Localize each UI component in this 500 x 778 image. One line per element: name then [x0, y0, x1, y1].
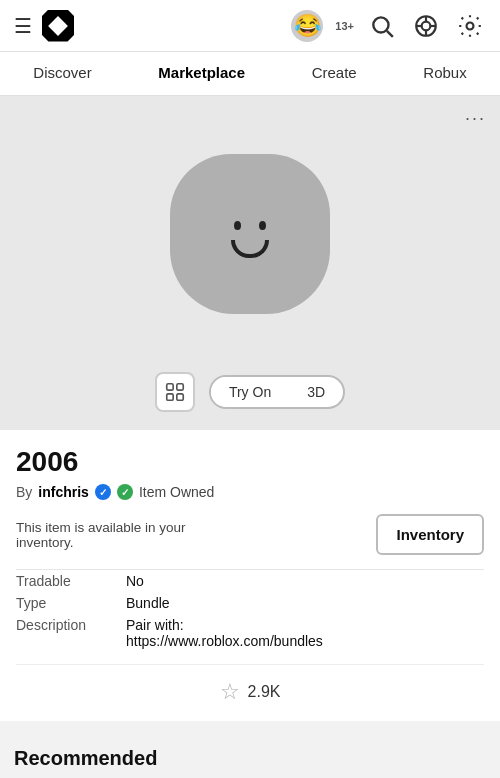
more-options-button[interactable]: ···	[465, 108, 486, 129]
item-3d-preview	[170, 154, 330, 314]
svg-point-8	[467, 22, 474, 29]
inventory-button[interactable]: Inventory	[376, 514, 484, 555]
creator-name[interactable]: infchris	[38, 484, 89, 500]
tradable-label: Tradable	[16, 573, 126, 589]
eyes	[234, 221, 266, 230]
top-bar-right: 😂 13+	[291, 10, 486, 42]
view-controls: Try On 3D	[155, 372, 345, 412]
svg-rect-9	[167, 384, 173, 390]
settings-button[interactable]	[454, 10, 486, 42]
recommended-section: Recommended	[0, 729, 500, 778]
left-eye	[234, 221, 241, 230]
search-button[interactable]	[366, 10, 398, 42]
description-value: Pair with: https://www.roblox.com/bundle…	[126, 617, 323, 649]
svg-point-0	[373, 17, 388, 32]
menu-icon[interactable]: ☰	[14, 14, 32, 38]
svg-rect-11	[167, 394, 173, 400]
view-3d-button[interactable]: 3D	[289, 377, 343, 407]
nav-bar: Discover Marketplace Create Robux	[0, 52, 500, 96]
type-label: Type	[16, 595, 126, 611]
right-eye	[259, 221, 266, 230]
description-row: Description Pair with: https://www.roblo…	[16, 614, 484, 652]
item-creator: By infchris ✓ ✓ Item Owned	[16, 484, 484, 500]
item-title: 2006	[16, 446, 484, 478]
top-bar-left: ☰	[14, 10, 74, 42]
face	[231, 221, 269, 258]
creator-prefix: By	[16, 484, 32, 500]
desc-text: Pair with:	[126, 617, 184, 633]
item-owned-label: Item Owned	[139, 484, 214, 500]
inventory-row: This item is available in your inventory…	[16, 514, 484, 555]
svg-rect-10	[177, 384, 183, 390]
nav-discover[interactable]: Discover	[25, 62, 99, 83]
favorite-star-icon[interactable]: ☆	[220, 679, 240, 705]
nav-marketplace[interactable]: Marketplace	[150, 62, 253, 83]
type-row: Type Bundle	[16, 592, 484, 614]
view-toggle: Try On 3D	[209, 375, 345, 409]
item-image-container	[130, 114, 370, 354]
avatar-customize-button[interactable]	[155, 372, 195, 412]
item-properties: Tradable No Type Bundle Description Pair…	[16, 570, 484, 660]
type-value: Bundle	[126, 595, 170, 611]
avatar-emoji: 😂	[294, 15, 321, 37]
item-details: 2006 By infchris ✓ ✓ Item Owned This ite…	[0, 430, 500, 721]
favorite-row: ☆ 2.9K	[16, 664, 484, 721]
roblox-logo-inner	[48, 16, 68, 36]
item-preview: ··· Try On 3D	[0, 96, 500, 430]
avatar[interactable]: 😂	[291, 10, 323, 42]
nav-robux[interactable]: Robux	[415, 62, 474, 83]
svg-point-3	[422, 21, 431, 30]
tradable-value: No	[126, 573, 144, 589]
tradable-row: Tradable No	[16, 570, 484, 592]
try-on-button[interactable]: Try On	[211, 377, 289, 407]
nav-create[interactable]: Create	[304, 62, 365, 83]
inventory-text: This item is available in your inventory…	[16, 520, 216, 550]
age-badge: 13+	[335, 20, 354, 32]
svg-line-1	[387, 30, 393, 36]
smile	[231, 240, 269, 258]
top-bar: ☰ 😂 13+	[0, 0, 500, 52]
verified-badge-blue: ✓	[95, 484, 111, 500]
verified-badge-green: ✓	[117, 484, 133, 500]
description-label: Description	[16, 617, 126, 633]
svg-rect-12	[177, 394, 183, 400]
catalog-icon[interactable]	[410, 10, 442, 42]
desc-link[interactable]: https://www.roblox.com/bundles	[126, 633, 323, 649]
favorite-count: 2.9K	[248, 683, 281, 701]
roblox-logo[interactable]	[42, 10, 74, 42]
item-image	[150, 134, 350, 334]
recommended-title: Recommended	[14, 747, 486, 770]
